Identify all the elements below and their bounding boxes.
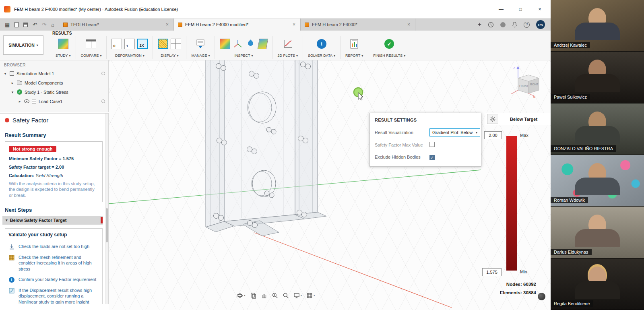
study-icon[interactable]	[58, 39, 68, 49]
chevron-down-icon: ▾	[100, 54, 101, 58]
redo-icon[interactable]: ↷	[42, 22, 46, 27]
tree-item-simulation-model[interactable]: ▾ Simulation Model 1	[0, 69, 108, 78]
inspect-results-icon[interactable]	[220, 39, 230, 49]
participant-tile[interactable]: Andrzej Kawalec	[551, 0, 644, 52]
display-layout-icon[interactable]	[171, 39, 181, 49]
chevron-right-icon[interactable]: ▸	[10, 81, 14, 85]
safety-factor-max-checkbox[interactable]	[429, 142, 435, 147]
tab-fem-h-beam[interactable]: FEM H beam 2 F4000* ×	[301, 19, 415, 31]
ribbon-group-solver-data[interactable]: i SOLVER DATA▾	[303, 36, 340, 59]
extensions-icon[interactable]	[500, 22, 506, 27]
pan-icon[interactable]	[261, 292, 267, 299]
compare-icon[interactable]	[86, 39, 96, 48]
report-icon[interactable]	[349, 39, 359, 49]
result-visualization-dropdown[interactable]: Gradient Plot: Below ▾	[429, 128, 480, 136]
mesh-status: Nodes: 60392 Elements: 30884	[500, 280, 536, 297]
participant-name: Andrzej Kawalec	[551, 42, 590, 48]
ribbon-group-study[interactable]: STUDY▾	[51, 36, 76, 59]
save-icon[interactable]	[23, 23, 28, 27]
zoom-window-icon[interactable]	[272, 292, 278, 299]
workspace-selector[interactable]: SIMULATION ▾	[3, 35, 43, 55]
tree-item-load-case[interactable]: ▸ Load Case1	[0, 97, 108, 106]
grid-settings-icon[interactable]: ▾	[306, 292, 315, 299]
eye-icon[interactable]	[24, 99, 29, 103]
min-safety-factor-line: Minimum Safety Factor = 1.575	[9, 156, 99, 162]
safety-panel-header: Safety Factor	[0, 114, 108, 127]
participant-tile[interactable]: Darius Eidukynas	[551, 207, 644, 258]
panel-scrollbar[interactable]	[105, 114, 108, 304]
user-avatar[interactable]: PS	[536, 20, 545, 29]
participant-tile[interactable]: Paweł Sułkowicz	[551, 52, 644, 103]
folder-icon	[17, 81, 22, 85]
ribbon-group-manage[interactable]: MANAGE▾	[186, 36, 215, 59]
inspect-triad-icon[interactable]	[233, 39, 243, 49]
chevron-right-icon[interactable]: ▸	[18, 99, 22, 103]
h-beam-model[interactable]	[206, 60, 326, 236]
maximize-icon[interactable]: □	[517, 6, 524, 12]
participant-tile[interactable]: Regita Bendikienė	[551, 258, 644, 310]
inspect-probe-icon[interactable]	[246, 39, 256, 49]
ribbon-tab-results[interactable]: RESULTS	[52, 31, 72, 35]
ribbon-group-finish-results[interactable]: ✓ FINISH RESULTS▾	[368, 36, 410, 59]
legend-settings-button[interactable]	[487, 114, 498, 124]
tab-tedi-h-beam[interactable]: TEDI H beam* ×	[59, 19, 174, 31]
chevron-down-icon[interactable]: ▾	[10, 90, 14, 94]
display-dof-icon[interactable]	[158, 39, 168, 49]
notifications-bell-icon[interactable]	[512, 22, 517, 27]
view-cube[interactable]: Z FRONT RIGHT ×	[511, 66, 539, 99]
legend-title: Below Target	[498, 117, 549, 122]
orbit-icon[interactable]: ▾	[237, 292, 246, 299]
zoom-icon[interactable]	[283, 292, 289, 299]
deformation-scale-icon[interactable]: 1X	[137, 39, 148, 49]
inspect-slice-icon[interactable]	[258, 39, 268, 49]
display-settings-icon[interactable]: ▾	[293, 292, 302, 299]
ribbon-group-compare[interactable]: COMPARE▾	[76, 36, 107, 59]
2d-plots-icon[interactable]	[283, 39, 293, 49]
ribbon-group-inspect[interactable]: INSPECT▾	[215, 36, 272, 59]
legend-max-value[interactable]: 2.00	[484, 131, 502, 139]
deformation-undeformed-icon[interactable]: 0	[111, 39, 122, 49]
chevron-down-icon: ▾	[251, 54, 253, 58]
look-at-icon[interactable]	[250, 292, 256, 299]
job-status-orb-icon[interactable]	[538, 293, 545, 300]
job-status-icon[interactable]	[488, 22, 494, 28]
tree-item-study-static-stress[interactable]: ▾ ✓ Study 1 - Static Stress	[0, 87, 108, 97]
below-safety-factor-target-row[interactable]: ▾ Below Safety Factor Target	[2, 216, 103, 225]
ribbon-group-2d-plots[interactable]: 2D PLOTS▾	[272, 36, 303, 59]
ribbon-group-deformation[interactable]: 0 1 1X DEFORMATION▾	[106, 36, 153, 59]
finish-results-check-icon[interactable]: ✓	[384, 39, 394, 49]
tab-fem-h-beam-modified[interactable]: FEM H beam 2 F4000 modified* ×	[174, 19, 301, 31]
legend-min-label: Min	[520, 269, 527, 274]
visibility-radio-icon[interactable]	[101, 72, 105, 75]
file-menu-icon[interactable]	[14, 22, 19, 27]
help-icon[interactable]: ?	[524, 22, 530, 28]
manage-icon[interactable]	[195, 39, 206, 49]
tab-close-icon[interactable]: ×	[165, 22, 169, 27]
solver-data-info-icon[interactable]: i	[317, 39, 326, 49]
dialog-title: RESULT SETTINGS	[370, 113, 481, 126]
legend-min-value[interactable]: 1.575	[482, 268, 502, 276]
participant-tile[interactable]: GONZALO VALIÑO RIESTRA	[551, 103, 644, 155]
ribbon-group-report[interactable]: REPORT▾	[340, 36, 368, 59]
new-tab-icon[interactable]: +	[478, 21, 481, 28]
tree-item-model-components[interactable]: ▸ Model Components	[0, 78, 108, 87]
exclude-hidden-bodies-checkbox[interactable]: ✓	[429, 155, 435, 160]
scrollbar-thumb[interactable]	[106, 208, 108, 242]
3d-viewport[interactable]: Z FRONT RIGHT × RESULT SETTINGS	[109, 60, 551, 310]
tab-close-icon[interactable]: ×	[292, 22, 296, 27]
close-icon[interactable]: ×	[536, 6, 543, 12]
ribbon-group-display[interactable]: DISPLAY▾	[153, 36, 186, 59]
ribbon-toolbar: SIMULATION ▾ RESULTS STUDY▾ COMPARE▾ 0 1	[0, 31, 551, 60]
deformation-actual-icon[interactable]: 1	[124, 39, 135, 49]
tab-close-icon[interactable]: ×	[407, 22, 411, 27]
minimize-icon[interactable]: —	[497, 6, 505, 12]
z-axis-label: Z	[513, 66, 516, 70]
chevron-down-icon[interactable]: ▾	[3, 72, 7, 76]
app-grid-icon[interactable]: ▦	[5, 22, 10, 27]
undo-icon[interactable]: ↶	[33, 22, 37, 27]
visibility-radio-icon[interactable]	[101, 99, 105, 103]
home-icon[interactable]: ⌂	[51, 22, 54, 27]
file-icon	[14, 22, 19, 27]
titlebar: FEM H beam 2 F4000 modified* (My center)…	[0, 0, 551, 19]
participant-tile[interactable]: Roman Wdowik	[551, 155, 644, 207]
